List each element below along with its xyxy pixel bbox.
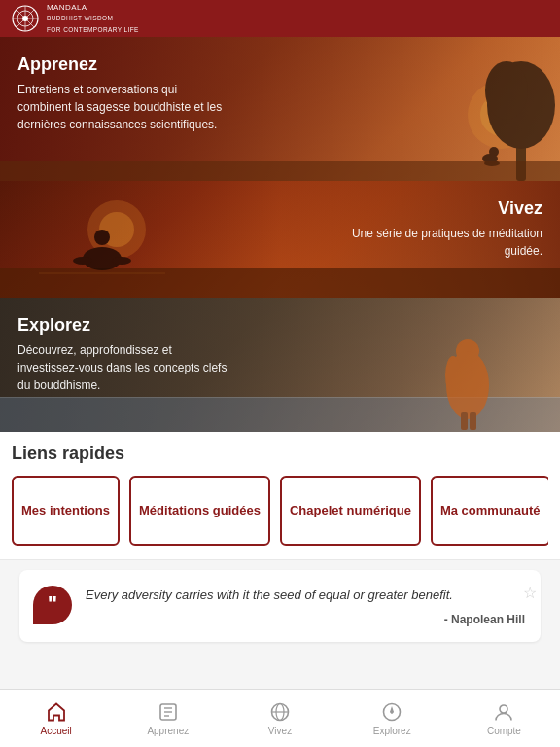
banner-3-title: Explorez bbox=[18, 315, 231, 336]
banner-1-desc: Entretiens et conversations qui combinen… bbox=[18, 81, 231, 133]
globe-icon bbox=[269, 701, 291, 723]
quick-links-section: Liens rapides Mes intentions Méditations… bbox=[0, 432, 560, 560]
compass-icon bbox=[381, 701, 402, 723]
quote-content: Every adversity carries with it the seed… bbox=[86, 586, 525, 626]
quote-text: Every adversity carries with it the seed… bbox=[86, 586, 525, 605]
quick-links-scroll[interactable]: Mes intentions Méditations guidées Chape… bbox=[12, 476, 548, 546]
app-header: MANDALABUDDHIST WISDOMFOR CONTEMPORARY L… bbox=[0, 0, 560, 37]
svg-rect-25 bbox=[461, 412, 468, 430]
banner-1-text: Apprenez Entretiens et conversations qui… bbox=[18, 54, 231, 133]
banner-2-desc: Une série de pratiques de méditation gui… bbox=[329, 225, 542, 260]
home-icon bbox=[46, 701, 67, 723]
banner-2-text: Vivez Une série de pratiques de méditati… bbox=[329, 198, 542, 260]
banner-explorez[interactable]: Explorez Découvrez, approfondissez et in… bbox=[0, 298, 560, 432]
quote-wrapper: " Every adversity carries with it the se… bbox=[10, 570, 550, 642]
quick-link-chapelet[interactable]: Chapelet numérique bbox=[280, 476, 421, 546]
nav-item-accueil[interactable]: Accueil bbox=[0, 690, 112, 747]
quick-link-communaute-label: Ma communauté bbox=[440, 503, 541, 519]
banner-vivez[interactable]: Vivez Une série de pratiques de méditati… bbox=[0, 181, 560, 298]
nav-item-compte[interactable]: Compte bbox=[448, 690, 560, 747]
logo: MANDALABUDDHIST WISDOMFOR CONTEMPORARY L… bbox=[12, 2, 139, 35]
nav-label-compte: Compte bbox=[487, 726, 521, 736]
svg-point-36 bbox=[391, 710, 394, 713]
svg-point-19 bbox=[73, 257, 92, 265]
banner-3-desc: Découvrez, approfondissez et investissez… bbox=[18, 341, 231, 394]
monk-silhouette-icon bbox=[404, 298, 521, 432]
nav-label-explorez: Explorez bbox=[373, 726, 411, 736]
svg-rect-26 bbox=[470, 412, 476, 430]
nav-item-vivez[interactable]: Vivez bbox=[224, 690, 335, 747]
mandala-logo-icon bbox=[12, 5, 39, 32]
nav-label-apprenez: Apprenez bbox=[147, 726, 189, 736]
bottom-navigation: Accueil Apprenez Vivez Explorez Comp bbox=[0, 689, 560, 747]
banner-2-title: Vivez bbox=[329, 198, 542, 219]
quick-link-meditations[interactable]: Méditations guidées bbox=[129, 476, 270, 546]
svg-point-37 bbox=[500, 705, 508, 713]
quick-link-meditations-label: Méditations guidées bbox=[139, 503, 261, 519]
quick-link-chapelet-label: Chapelet numérique bbox=[290, 503, 411, 519]
svg-point-17 bbox=[94, 230, 110, 245]
quick-link-intentions-label: Mes intentions bbox=[21, 503, 110, 519]
quick-link-communaute[interactable]: Ma communauté bbox=[431, 476, 548, 546]
nav-label-accueil: Accueil bbox=[40, 726, 71, 736]
nav-label-vivez: Vivez bbox=[268, 726, 292, 736]
nav-item-apprenez[interactable]: Apprenez bbox=[112, 690, 224, 747]
user-icon bbox=[493, 701, 514, 723]
svg-point-11 bbox=[485, 61, 528, 120]
svg-point-24 bbox=[445, 356, 461, 395]
book-icon bbox=[158, 701, 179, 723]
quote-icon: " bbox=[33, 586, 72, 624]
quick-link-intentions[interactable]: Mes intentions bbox=[12, 476, 120, 546]
meditation-silhouette-icon bbox=[39, 181, 165, 298]
banner-apprenez[interactable]: Apprenez Entretiens et conversations qui… bbox=[0, 37, 560, 181]
logo-text: MANDALABUDDHIST WISDOMFOR CONTEMPORARY L… bbox=[47, 2, 139, 35]
banner-3-text: Explorez Découvrez, approfondissez et in… bbox=[18, 315, 231, 394]
quote-star-icon[interactable]: ☆ bbox=[523, 584, 537, 602]
quote-author: - Napolean Hill bbox=[86, 613, 525, 626]
quick-links-title: Liens rapides bbox=[12, 444, 548, 464]
svg-point-20 bbox=[112, 257, 131, 265]
tree-silhouette-icon bbox=[366, 37, 560, 181]
nav-item-explorez[interactable]: Explorez bbox=[336, 690, 448, 747]
banner-1-title: Apprenez bbox=[18, 54, 231, 75]
quote-section: " Every adversity carries with it the se… bbox=[19, 570, 541, 642]
